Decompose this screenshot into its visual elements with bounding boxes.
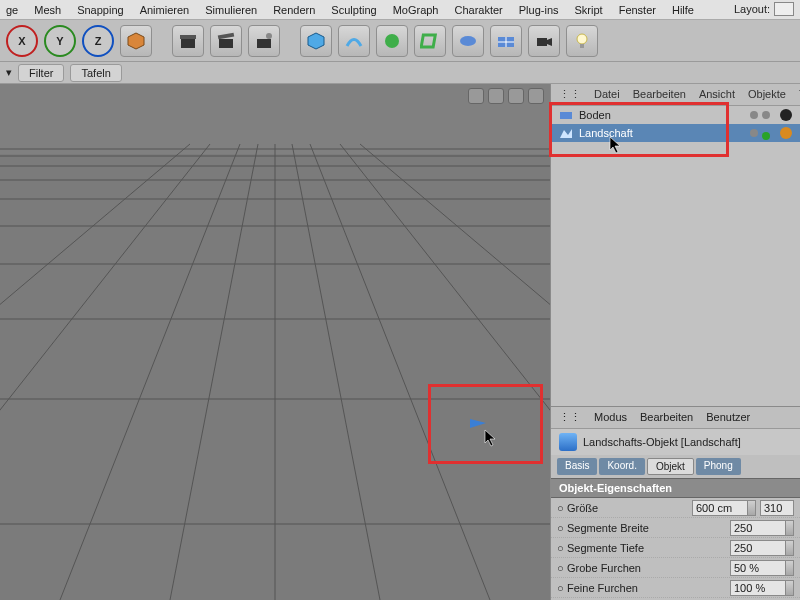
bullet-icon: ○ (557, 582, 567, 594)
attribute-object-title: Landschafts-Objekt [Landschaft] (551, 429, 800, 455)
menu-item[interactable]: Fenster (619, 4, 656, 16)
main-toolbar: X Y Z (0, 20, 800, 62)
prop-feine-furchen: ○ Feine Furchen 100 % (551, 578, 800, 598)
viewport[interactable] (0, 84, 550, 600)
bullet-icon: ○ (557, 542, 567, 554)
svg-rect-14 (537, 38, 547, 46)
svg-rect-17 (580, 44, 584, 48)
svg-point-8 (385, 34, 399, 48)
prop-field-extra[interactable]: 310 (760, 500, 794, 516)
tab-phong[interactable]: Phong (696, 458, 741, 475)
bullet-icon: ○ (557, 502, 567, 514)
filter-chip[interactable]: Filter (18, 64, 64, 82)
sub-toolbar: ▾ Filter Tafeln (0, 62, 800, 84)
menu-item[interactable]: Mesh (34, 4, 61, 16)
svg-marker-0 (128, 33, 144, 49)
tab-basis[interactable]: Basis (557, 458, 597, 475)
object-manager[interactable]: Boden Landschaft (551, 106, 800, 406)
main-menubar: ge Mesh Snapping Animieren Simulieren Re… (0, 0, 800, 20)
bullet-icon: ○ (557, 562, 567, 574)
prop-field[interactable]: 600 cm (692, 500, 756, 516)
svg-rect-2 (180, 35, 196, 39)
prop-label: Segmente Tiefe (567, 542, 730, 554)
menu-item[interactable]: Rendern (273, 4, 315, 16)
om-menu-item[interactable]: Objekte (748, 88, 786, 101)
dropdown-arrow-icon[interactable]: ▾ (6, 66, 12, 79)
light-tool-icon[interactable] (566, 25, 598, 57)
am-menu-item[interactable]: Bearbeiten (640, 411, 693, 424)
layout-selector[interactable]: Layout: (734, 2, 794, 16)
object-row-landschaft[interactable]: Landschaft (551, 124, 800, 142)
prop-field[interactable]: 50 % (730, 560, 794, 576)
vp-move-icon[interactable] (468, 88, 484, 104)
floor-tool-icon[interactable] (490, 25, 522, 57)
axis-z-button[interactable]: Z (82, 25, 114, 57)
deformer-tool-icon[interactable] (414, 25, 446, 57)
camera-tool-icon[interactable] (528, 25, 560, 57)
prop-field[interactable]: 250 (730, 540, 794, 556)
prop-segmente-tiefe: ○ Segmente Tiefe 250 (551, 538, 800, 558)
spline-tool-icon[interactable] (338, 25, 370, 57)
svg-rect-4 (218, 32, 234, 39)
am-menu-item[interactable]: Modus (594, 411, 627, 424)
menu-item[interactable]: Sculpting (331, 4, 376, 16)
menu-item[interactable]: Plug-ins (519, 4, 559, 16)
side-panels: ⋮⋮ Datei Bearbeiten Ansicht Objekte T Bo… (550, 84, 800, 600)
landscape-icon (559, 433, 577, 451)
floor-object-icon (559, 108, 573, 122)
vp-max-icon[interactable] (528, 88, 544, 104)
landscape-object-icon (559, 126, 573, 140)
axis-x-button[interactable]: X (6, 25, 38, 57)
menu-item[interactable]: Hilfe (672, 4, 694, 16)
object-manager-menu: ⋮⋮ Datei Bearbeiten Ansicht Objekte T (551, 84, 800, 106)
menu-item[interactable]: Animieren (140, 4, 190, 16)
prop-field[interactable]: 100 % (730, 580, 794, 596)
clapper-tool-icon[interactable] (172, 25, 204, 57)
grip-icon[interactable]: ⋮⋮ (559, 411, 581, 424)
grip-icon[interactable]: ⋮⋮ (559, 88, 581, 101)
object-row-boden[interactable]: Boden (551, 106, 800, 124)
environment-tool-icon[interactable] (452, 25, 484, 57)
spinner-icon[interactable] (785, 541, 793, 555)
spinner-icon[interactable] (785, 561, 793, 575)
layout-dropdown[interactable] (774, 2, 794, 16)
attribute-manager: ⋮⋮ Modus Bearbeiten Benutzer Landschafts… (551, 406, 800, 600)
spinner-icon[interactable] (785, 521, 793, 535)
attribute-tabs: Basis Koord. Objekt Phong (551, 455, 800, 478)
prop-label: Segmente Breite (567, 522, 730, 534)
tab-objekt[interactable]: Objekt (647, 458, 694, 475)
spinner-icon[interactable] (747, 501, 755, 515)
om-menu-item[interactable]: Ansicht (699, 88, 735, 101)
prop-field[interactable]: 250 (730, 520, 794, 536)
menu-item[interactable]: Snapping (77, 4, 124, 16)
am-menu-item[interactable]: Benutzer (706, 411, 750, 424)
prop-grobe-furchen: ○ Grobe Furchen 50 % (551, 558, 800, 578)
om-menu-item[interactable]: Bearbeiten (633, 88, 686, 101)
svg-marker-15 (547, 38, 552, 46)
spinner-icon[interactable] (785, 581, 793, 595)
primitive-cube-icon[interactable] (300, 25, 332, 57)
menu-item[interactable]: Skript (575, 4, 603, 16)
tafeln-chip[interactable]: Tafeln (70, 64, 121, 82)
attribute-title-text: Landschafts-Objekt [Landschaft] (583, 436, 741, 448)
bullet-icon: ○ (557, 522, 567, 534)
section-header: Objekt-Eigenschaften (551, 478, 800, 498)
tab-koord[interactable]: Koord. (599, 458, 644, 475)
vp-rotate-icon[interactable] (508, 88, 524, 104)
menu-item[interactable]: Charakter (454, 4, 502, 16)
layout-label: Layout: (734, 3, 770, 15)
menu-item[interactable]: ge (6, 4, 18, 16)
vp-zoom-icon[interactable] (488, 88, 504, 104)
menu-item[interactable]: Simulieren (205, 4, 257, 16)
axis-y-button[interactable]: Y (44, 25, 76, 57)
svg-rect-5 (257, 39, 271, 48)
prop-label: Grobe Furchen (567, 562, 730, 574)
clapper2-tool-icon[interactable] (210, 25, 242, 57)
render-settings-icon[interactable] (248, 25, 280, 57)
attribute-manager-menu: ⋮⋮ Modus Bearbeiten Benutzer (551, 407, 800, 429)
menu-item[interactable]: MoGraph (393, 4, 439, 16)
cube-tool-icon[interactable] (120, 25, 152, 57)
om-menu-item[interactable]: Datei (594, 88, 620, 101)
generator-tool-icon[interactable] (376, 25, 408, 57)
svg-point-16 (577, 34, 587, 44)
